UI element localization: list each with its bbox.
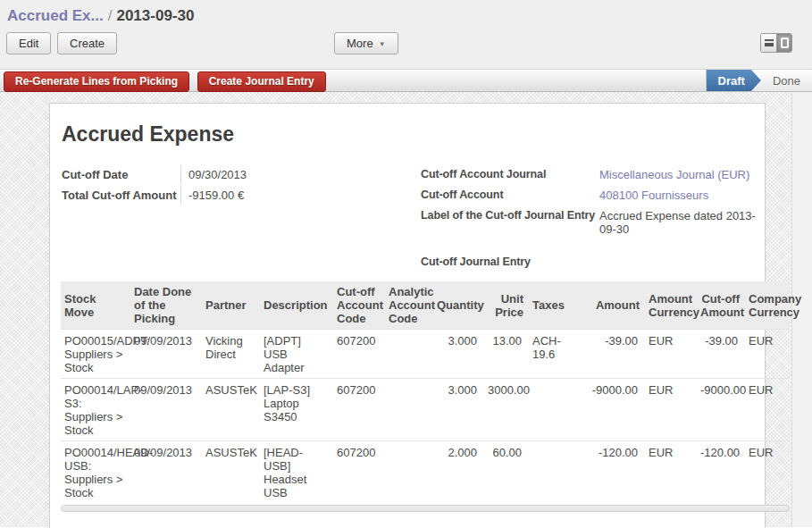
field-label-journal-entry-label: Label of the Cut-off Journal Entry bbox=[421, 206, 598, 239]
cell-analytic-account-code bbox=[385, 330, 433, 379]
table-row[interactable]: PO00014/LAP-S3: Suppliers > Stock09/09/2… bbox=[61, 379, 790, 441]
lines-table-container: Stock MoveDate Done of the PickingPartne… bbox=[61, 281, 790, 512]
cell-unit-price: 60.00 bbox=[484, 441, 529, 504]
cell-cut-off-amount: -9000.00 bbox=[697, 379, 745, 441]
column-header-company-currency[interactable]: Company Currency bbox=[745, 281, 790, 330]
top-header: Accrued Ex.../2013-09-30 Edit Create Mor… bbox=[0, 0, 812, 69]
cell-partner: ASUSTeK bbox=[202, 379, 260, 441]
status-step-done[interactable]: Done bbox=[761, 70, 812, 91]
cell-taxes bbox=[529, 441, 588, 504]
cell-cut-off-account-code: 607200 bbox=[333, 379, 385, 441]
statusbar: Draft Done bbox=[706, 70, 812, 91]
field-label-cutoff-date: Cut-off Date bbox=[62, 165, 180, 184]
more-button[interactable]: More▼ bbox=[334, 32, 398, 54]
column-header-cut-off-amount[interactable]: Cut-off Amount bbox=[697, 281, 745, 330]
view-switcher bbox=[760, 33, 792, 53]
cell-quantity: 3.000 bbox=[433, 330, 484, 379]
cell-company-currency: EUR bbox=[745, 379, 790, 441]
column-header-amount-currency[interactable]: Amount Currency bbox=[645, 281, 697, 330]
regenerate-lines-button[interactable]: Re-Generate Lines from Picking bbox=[4, 71, 189, 92]
table-row[interactable]: PO00014/HEAD-USB: Suppliers > Stock09/09… bbox=[61, 441, 790, 504]
cell-partner: ASUSTeK bbox=[202, 441, 260, 504]
breadcrumb-parent-link[interactable]: Accrued Ex... bbox=[7, 7, 104, 24]
column-header-quantity[interactable]: Quantity bbox=[433, 281, 484, 330]
cell-partner: Vicking Direct bbox=[202, 330, 260, 379]
cell-amount: -39.00 bbox=[588, 330, 645, 379]
cell-analytic-account-code bbox=[385, 441, 433, 504]
cell-description: [ADPT] USB Adapter bbox=[260, 330, 333, 379]
breadcrumb-current: 2013-09-30 bbox=[116, 7, 194, 24]
cell-unit-price: 13.00 bbox=[484, 330, 529, 379]
cell-cut-off-account-code: 607200 bbox=[333, 441, 385, 504]
column-header-analytic-account-code[interactable]: Analytic Account Code bbox=[385, 281, 433, 330]
cell-amount: -120.00 bbox=[588, 441, 645, 504]
column-header-description[interactable]: Description bbox=[260, 281, 333, 330]
toolbar: Edit Create More▼ bbox=[0, 32, 812, 55]
field-group-left: Cut-off Date 09/30/2013 Total Cut-off Am… bbox=[62, 165, 421, 272]
status-step-draft[interactable]: Draft bbox=[707, 70, 761, 91]
column-header-partner[interactable]: Partner bbox=[202, 281, 260, 330]
column-header-date-done-of-the-picking[interactable]: Date Done of the Picking bbox=[130, 281, 202, 330]
cell-cut-off-account-code: 607200 bbox=[333, 330, 385, 379]
cell-stock-move: PO00014/HEAD-USB: Suppliers > Stock bbox=[61, 441, 130, 504]
column-header-taxes[interactable]: Taxes bbox=[529, 281, 588, 330]
field-label-cutoff-account-journal: Cut-off Account Journal bbox=[421, 165, 598, 184]
column-header-stock-move[interactable]: Stock Move bbox=[61, 281, 130, 330]
cell-quantity: 3.000 bbox=[433, 379, 484, 441]
field-label-cutoff-journal-entry: Cut-off Journal Entry bbox=[421, 253, 598, 271]
column-header-unit-price[interactable]: Unit Price bbox=[484, 281, 529, 330]
column-header-cut-off-account-code[interactable]: Cut-off Account Code bbox=[333, 281, 385, 330]
field-value-cutoff-date: 09/30/2013 bbox=[180, 165, 247, 184]
create-journal-entry-button[interactable]: Create Journal Entry bbox=[197, 71, 326, 92]
breadcrumb: Accrued Ex.../2013-09-30 bbox=[0, 0, 812, 25]
cell-stock-move: PO00014/LAP-S3: Suppliers > Stock bbox=[61, 379, 130, 441]
form-view-button[interactable] bbox=[776, 34, 791, 52]
field-row: Cut-off Account 408100 Fournisseurs bbox=[421, 186, 762, 205]
list-icon bbox=[765, 39, 774, 46]
field-row: Label of the Cut-off Journal Entry Accru… bbox=[421, 206, 762, 239]
cell-taxes: ACH-19.6 bbox=[529, 330, 588, 379]
page-title: Accrued Expense bbox=[62, 122, 765, 147]
cell-date-done-of-the-picking: 09/09/2013 bbox=[130, 379, 202, 441]
chevron-down-icon: ▼ bbox=[379, 40, 386, 48]
form-icon bbox=[781, 38, 789, 48]
cell-amount: -9000.00 bbox=[588, 379, 645, 441]
field-label-total-cutoff-amount: Total Cut-off Amount bbox=[62, 186, 180, 205]
field-value-journal-entry-label: Accrued Expense dated 2013-09-30 bbox=[598, 206, 757, 239]
field-groups: Cut-off Date 09/30/2013 Total Cut-off Am… bbox=[62, 165, 765, 272]
field-row: Total Cut-off Amount -9159.00 € bbox=[62, 186, 421, 205]
table-row[interactable]: PO00015/ADPT: Suppliers > Stock09/09/201… bbox=[61, 330, 790, 379]
cell-description: [HEAD-USB] Headset USB bbox=[260, 441, 333, 504]
field-row: Cut-off Account Journal Miscellaneous Jo… bbox=[421, 165, 762, 184]
field-value-cutoff-account[interactable]: 408100 Fournisseurs bbox=[598, 186, 757, 205]
table-header-row: Stock MoveDate Done of the PickingPartne… bbox=[61, 281, 790, 330]
field-label-cutoff-account: Cut-off Account bbox=[421, 186, 598, 205]
cell-date-done-of-the-picking: 09/09/2013 bbox=[130, 330, 202, 379]
cell-cut-off-amount: -39.00 bbox=[697, 330, 745, 379]
cell-stock-move: PO00015/ADPT: Suppliers > Stock bbox=[61, 330, 130, 379]
cell-quantity: 2.000 bbox=[433, 441, 484, 504]
cell-description: [LAP-S3] Laptop S3450 bbox=[260, 379, 333, 441]
create-button[interactable]: Create bbox=[57, 32, 117, 54]
field-value-cutoff-account-journal[interactable]: Miscellaneous Journal (EUR) bbox=[598, 165, 757, 184]
field-row: Cut-off Journal Entry bbox=[421, 253, 762, 271]
horizontal-scrollbar[interactable] bbox=[61, 505, 790, 512]
lines-table: Stock MoveDate Done of the PickingPartne… bbox=[61, 281, 790, 503]
breadcrumb-separator: / bbox=[104, 7, 117, 24]
cell-company-currency: EUR bbox=[745, 330, 790, 379]
cell-analytic-account-code bbox=[385, 379, 433, 441]
cell-amount-currency: EUR bbox=[645, 441, 697, 504]
column-header-amount[interactable]: Amount bbox=[588, 281, 645, 330]
edit-button[interactable]: Edit bbox=[6, 32, 51, 54]
cell-amount-currency: EUR bbox=[645, 379, 697, 441]
cell-taxes bbox=[529, 379, 588, 441]
field-row: Cut-off Date 09/30/2013 bbox=[62, 165, 421, 184]
list-view-button[interactable] bbox=[761, 34, 776, 52]
cell-cut-off-amount: -120.00 bbox=[697, 441, 745, 504]
field-value-total-cutoff-amount: -9159.00 € bbox=[180, 186, 244, 205]
field-group-right: Cut-off Account Journal Miscellaneous Jo… bbox=[421, 165, 762, 272]
cell-date-done-of-the-picking: 09/09/2013 bbox=[130, 441, 202, 504]
cell-unit-price: 3000.00 bbox=[484, 379, 529, 441]
cell-amount-currency: EUR bbox=[645, 330, 697, 379]
field-value-cutoff-journal-entry bbox=[598, 253, 757, 271]
